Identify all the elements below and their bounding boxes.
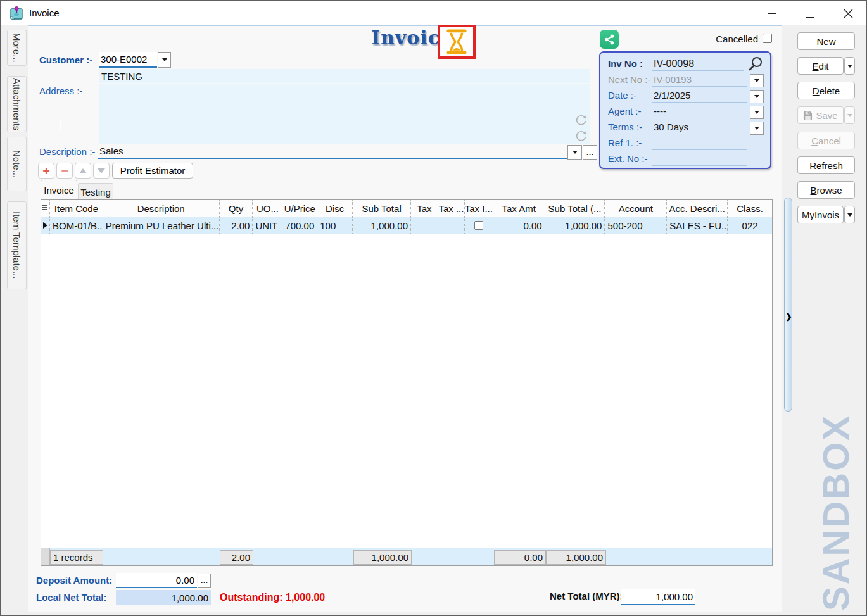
refresh-button[interactable]: Refresh [797,156,855,174]
myinvois-dropdown-button[interactable] [844,206,855,223]
date-dropdown-button[interactable] [750,90,764,103]
sidebar-tab-attachments[interactable]: Attachments [7,76,27,132]
move-row-up-button[interactable] [75,163,91,179]
close-button[interactable] [833,1,863,25]
column-header-class[interactable]: Class. [728,200,772,217]
app-note-pin-icon [9,6,24,23]
grid-body[interactable] [41,234,773,548]
chevron-down-icon [573,151,578,154]
cell-class[interactable]: 022 [728,217,772,234]
cell-subtotal-local[interactable]: 1,000.00 [545,217,605,234]
grid-select-all-header[interactable] [41,200,50,217]
cell-acc-description[interactable]: SALES - FU... [667,217,728,234]
myinvois-button[interactable]: MyInvois [797,206,844,223]
cell-uprice[interactable]: 700.00 [282,217,317,234]
move-row-down-button[interactable] [93,163,110,179]
terms-dropdown-button[interactable] [750,122,764,135]
cell-subtotal[interactable]: 1,000.00 [353,217,411,234]
address-field[interactable] [99,84,590,144]
panel-splitter[interactable]: ❯ [784,198,792,412]
delete-button[interactable]: Delete [797,82,855,99]
ellipsis-icon: … [201,576,208,585]
floppy-disk-icon [803,111,813,120]
browse-button[interactable]: Browse [797,181,855,199]
column-header-subtotal[interactable]: Sub Total [353,200,411,217]
column-header-uprice[interactable]: U/Price [282,200,317,217]
tab-invoice[interactable]: Invoice [41,180,77,200]
date-value[interactable]: 2/1/2025 [654,90,690,101]
column-header-description[interactable]: Description [103,200,220,217]
column-header-item-code[interactable]: Item Code [50,200,103,217]
cell-qty[interactable]: 2.00 [220,217,253,234]
cell-uom[interactable]: UNIT [253,217,282,234]
tax-inclusive-checkbox[interactable] [474,221,483,230]
customer-dropdown-button[interactable] [158,52,171,68]
refresh-address-button-2[interactable] [574,129,588,146]
expand-chevron-icon[interactable]: ❯ [785,312,793,321]
date-underline [652,102,747,103]
new-button-label: New [816,36,835,47]
deposit-ellipsis-button[interactable]: … [198,574,211,588]
minimize-button[interactable] [757,1,787,25]
remove-row-button[interactable]: − [56,163,73,179]
customer-code-field[interactable]: 300-E0002 [99,52,157,68]
tab-testing[interactable]: Testing [78,183,113,200]
cell-account[interactable]: 500-200 [605,217,667,234]
column-header-uom[interactable]: UO... [253,200,282,217]
column-header-tax-inclusive[interactable]: Tax I... [465,200,493,217]
column-header-account[interactable]: Account [605,200,667,217]
search-icon [747,56,764,72]
add-row-button[interactable]: + [38,163,54,179]
refresh-button-label: Refresh [809,160,843,171]
cell-item-code[interactable]: BOM-01/B... [50,217,103,234]
cancel-button-label: Cancel [811,135,841,146]
save-dropdown-button[interactable] [844,106,855,124]
column-header-tax-amt[interactable]: Tax Amt [493,200,545,217]
cell-tax2[interactable] [438,217,465,234]
column-header-acc-description[interactable]: Acc. Descri... [667,200,728,217]
cancel-button[interactable]: Cancel [797,132,855,149]
cell-description[interactable]: Premium PU Leather Ulti... [103,217,220,234]
cell-tax-amt[interactable]: 0.00 [493,217,545,234]
table-row[interactable]: BOM-01/B... Premium PU Leather Ulti... 2… [41,217,773,234]
agent-dropdown-button[interactable] [750,106,764,119]
column-header-tax2[interactable]: Tax ... [438,200,465,217]
sidebar-tab-attachments-label: Attachments [11,78,22,130]
share-button[interactable] [600,30,619,49]
ext-no-label: Ext. No :- [608,153,648,164]
maximize-icon [806,9,814,18]
edit-dropdown-button[interactable] [844,57,855,75]
sidebar-tab-item-template-label: Item Template... [11,211,22,279]
description-ellipsis-button[interactable]: … [583,145,597,160]
search-invoice-button[interactable] [747,56,764,75]
column-header-tax[interactable]: Tax [411,200,438,217]
cell-tax-inclusive[interactable] [465,217,493,234]
cell-tax[interactable] [411,217,438,234]
edit-button[interactable]: Edit [797,57,844,75]
column-header-qty[interactable]: Qty [220,200,253,217]
sidebar-tab-item-template[interactable]: Item Template... [7,201,27,289]
sidebar-tab-note[interactable]: Note... [7,137,27,191]
sidebar-tab-more[interactable]: More... [7,30,27,66]
browse-button-label: Browse [810,185,842,196]
inv-no-value[interactable]: IV-00098 [654,58,694,70]
maximize-button[interactable] [795,1,825,25]
sidebar-tab-note-label: Note... [11,150,22,178]
description-dropdown-button[interactable] [567,145,582,160]
cancelled-checkbox[interactable] [763,34,772,43]
new-button[interactable]: New [797,32,855,50]
column-header-disc[interactable]: Disc [317,200,353,217]
next-no-dropdown-button[interactable] [750,74,764,87]
profit-estimator-button[interactable]: Profit Estimator [112,163,193,179]
column-header-subtotal-local[interactable]: Sub Total (... [545,200,605,217]
refresh-address-button-1[interactable] [574,113,588,130]
summary-qty: 2.00 [220,550,253,565]
plus-icon: + [42,165,49,177]
chevron-down-icon [754,111,759,114]
inv-no-label: Inv No : [608,58,643,69]
save-button[interactable]: Save [797,106,844,124]
cell-disc[interactable]: 100 [317,217,353,234]
deposit-amount-field[interactable]: 0.00 [116,573,197,588]
terms-value[interactable]: 30 Days [654,122,688,132]
agent-value[interactable]: ---- [654,106,666,116]
